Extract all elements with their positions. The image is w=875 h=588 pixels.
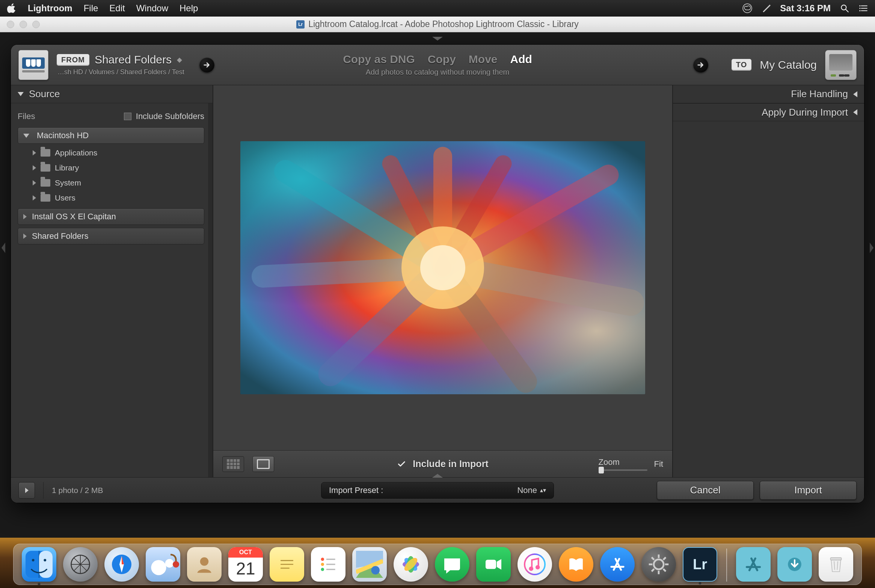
creative-cloud-icon[interactable] xyxy=(742,3,752,13)
left-scrollbar[interactable] xyxy=(208,103,213,477)
svg-rect-15 xyxy=(39,551,53,578)
dock-downloads-folder[interactable] xyxy=(777,547,812,582)
preview-panel: Include in Import Zoom Fit xyxy=(213,85,673,477)
import-preset-dropdown[interactable]: Import Preset : None▴▾ xyxy=(321,482,554,499)
import-preset-label: Import Preset : xyxy=(329,485,383,495)
include-in-import-toggle[interactable]: Include in Import xyxy=(397,458,488,469)
lightroom-doc-icon: Lr xyxy=(296,20,305,29)
panel-collapse-top-icon[interactable] xyxy=(432,37,443,41)
svg-point-17 xyxy=(44,559,46,561)
menubar-clock[interactable]: Sat 3:16 PM xyxy=(780,3,831,14)
svg-point-6 xyxy=(859,5,860,6)
dock-lightroom[interactable]: Lr xyxy=(683,547,717,582)
hard-drive-icon[interactable] xyxy=(825,50,857,80)
source-arrow-button[interactable] xyxy=(199,57,214,72)
dock-notes[interactable] xyxy=(270,547,304,582)
destination-arrow-button[interactable] xyxy=(693,57,708,72)
include-subfolders-label[interactable]: Include Subfolders xyxy=(136,112,204,121)
notification-center-icon[interactable] xyxy=(858,3,868,13)
svg-point-8 xyxy=(859,10,860,11)
dock-system-preferences[interactable] xyxy=(641,547,676,582)
dock-ibooks[interactable] xyxy=(559,547,593,582)
dock-reminders[interactable] xyxy=(311,547,345,582)
source-panel: Source Files Include Subfolders Macintos… xyxy=(11,85,213,477)
chevron-down-icon[interactable] xyxy=(18,92,24,96)
import-preset-value: None xyxy=(517,485,537,495)
from-path: …sh HD / Volumes / Shared Folders / Test xyxy=(57,68,184,76)
network-drive-icon[interactable] xyxy=(18,50,48,80)
dock-trash[interactable] xyxy=(819,547,853,582)
zoom-slider[interactable] xyxy=(599,469,647,471)
volume-shared-folders[interactable]: Shared Folders xyxy=(18,228,204,244)
grid-view-button[interactable] xyxy=(222,456,244,472)
import-button[interactable]: Import xyxy=(760,481,857,500)
folder-system[interactable]: System xyxy=(18,175,204,190)
dock-calendar[interactable]: OCT 21 xyxy=(228,547,263,582)
dock-app-store[interactable] xyxy=(600,547,635,582)
svg-point-7 xyxy=(859,8,860,9)
svg-point-48 xyxy=(536,565,540,570)
spotlight-search-icon[interactable] xyxy=(840,3,849,13)
preview-toolbar: Include in Import Zoom Fit xyxy=(213,450,672,477)
svg-point-37 xyxy=(371,566,380,575)
include-subfolders-checkbox[interactable] xyxy=(124,113,131,120)
svg-rect-65 xyxy=(830,558,841,560)
folder-library[interactable]: Library xyxy=(18,160,204,175)
mode-copy-as-dng[interactable]: Copy as DNG xyxy=(343,53,415,66)
menubar-item-edit[interactable]: Edit xyxy=(109,3,125,14)
import-stats: 1 photo / 2 MB xyxy=(43,482,103,499)
mode-add[interactable]: Add xyxy=(510,53,532,66)
volume-install-osx[interactable]: Install OS X El Capitan xyxy=(18,208,204,225)
svg-point-52 xyxy=(654,559,664,569)
folder-applications[interactable]: Applications xyxy=(18,145,204,160)
svg-point-23 xyxy=(165,559,174,568)
svg-point-29 xyxy=(321,558,324,561)
dock-itunes[interactable] xyxy=(517,547,552,582)
minimize-import-button[interactable] xyxy=(18,482,35,499)
svg-point-1 xyxy=(841,5,846,10)
dock-mail[interactable] xyxy=(146,547,180,582)
chevron-left-icon xyxy=(853,109,857,115)
photo-preview[interactable] xyxy=(240,141,645,394)
file-handling-section[interactable]: File Handling xyxy=(673,85,864,103)
apply-during-import-section[interactable]: Apply During Import xyxy=(673,103,864,121)
window-titlebar: LrLightroom Catalog.lrcat - Adobe Photos… xyxy=(0,17,875,32)
left-panel-expand-icon[interactable] xyxy=(2,243,5,253)
to-title[interactable]: My Catalog xyxy=(760,59,817,71)
to-pill: TO xyxy=(732,59,751,71)
dock-safari[interactable] xyxy=(104,547,139,582)
folder-icon xyxy=(41,164,50,172)
svg-marker-45 xyxy=(497,559,501,570)
right-panel-expand-icon[interactable] xyxy=(870,243,873,253)
volume-macintosh-hd[interactable]: Macintosh HD xyxy=(18,127,204,144)
mode-copy[interactable]: Copy xyxy=(428,53,456,66)
svg-point-22 xyxy=(151,560,166,575)
dock-facetime[interactable] xyxy=(476,547,511,582)
ink-icon[interactable] xyxy=(761,3,771,13)
dock-messages[interactable] xyxy=(435,547,469,582)
panel-collapse-bottom-icon[interactable] xyxy=(432,474,443,478)
source-selector[interactable]: FROM Shared Folders ◆ …sh HD / Volumes /… xyxy=(57,53,184,76)
cancel-button[interactable]: Cancel xyxy=(657,481,754,500)
menubar-item-file[interactable]: File xyxy=(84,3,98,14)
app-background: Import Photos and Videos FROM Shared Fol… xyxy=(0,32,875,588)
mode-description: Add photos to catalog without moving the… xyxy=(343,68,532,77)
zoom-label: Zoom xyxy=(599,457,620,467)
menubar-item-window[interactable]: Window xyxy=(136,3,168,14)
mode-move[interactable]: Move xyxy=(469,53,498,66)
loupe-view-button[interactable] xyxy=(252,456,274,472)
fit-label[interactable]: Fit xyxy=(654,459,663,469)
dock-maps[interactable] xyxy=(352,547,387,582)
apple-logo-icon[interactable] xyxy=(7,3,17,13)
menubar-app-name[interactable]: Lightroom xyxy=(28,3,72,14)
dock-launchpad[interactable] xyxy=(63,547,98,582)
dock-contacts[interactable] xyxy=(187,547,222,582)
chevron-right-icon xyxy=(33,165,36,170)
folder-users[interactable]: Users xyxy=(18,190,204,205)
dock-applications-folder[interactable] xyxy=(736,547,771,582)
dock-finder[interactable] xyxy=(22,547,56,582)
svg-point-30 xyxy=(321,563,324,566)
dock-photos[interactable] xyxy=(394,547,428,582)
menubar-item-help[interactable]: Help xyxy=(180,3,198,14)
import-mode-group: Copy as DNG Copy Move Add Add photos to … xyxy=(343,53,532,77)
